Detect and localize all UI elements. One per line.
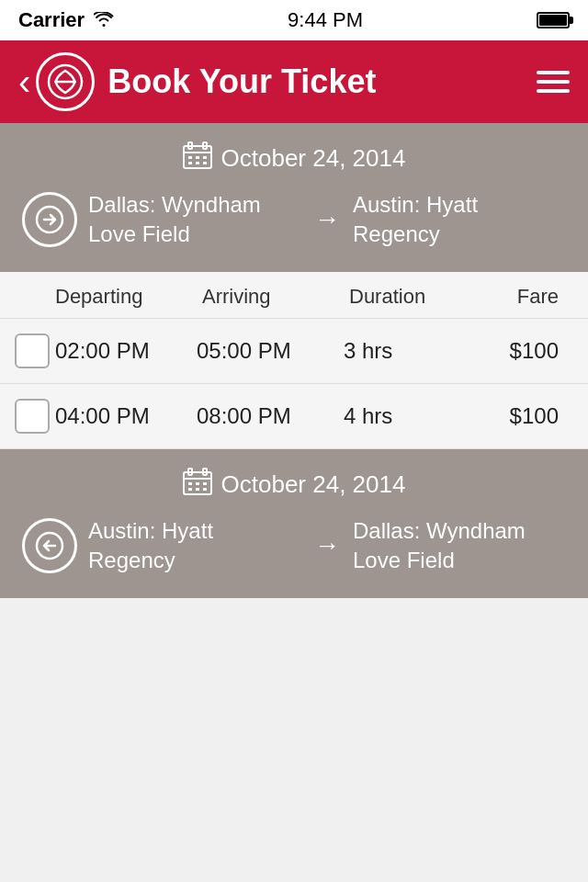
- row1-arrive: 05:00 PM: [197, 338, 344, 364]
- schedule-row-1: 02:00 PM 05:00 PM 3 hrs $100: [0, 319, 588, 384]
- calendar-icon: [183, 141, 212, 175]
- outbound-date-row: October 24, 2014: [22, 141, 566, 175]
- svg-rect-11: [203, 162, 207, 164]
- outbound-origin: Dallas: Wyndham Love Field: [88, 190, 301, 250]
- outbound-date: October 24, 2014: [221, 144, 406, 173]
- schedule-table: Departing Arriving Duration Fare 02:00 P…: [0, 272, 588, 449]
- forward-arrow-circle: [22, 192, 77, 247]
- time-display: 9:44 PM: [288, 8, 363, 32]
- return-date-row: October 24, 2014: [22, 468, 566, 502]
- svg-rect-8: [203, 156, 207, 159]
- route-arrow-icon: →: [314, 205, 340, 234]
- battery-icon: [537, 12, 570, 28]
- outbound-route-row: Dallas: Wyndham Love Field → Austin: Hya…: [22, 190, 566, 250]
- return-date: October 24, 2014: [221, 470, 406, 499]
- carrier-info: Carrier: [18, 8, 114, 32]
- svg-rect-17: [188, 482, 192, 485]
- row2-arrive: 08:00 PM: [197, 403, 344, 429]
- status-bar: Carrier 9:44 PM: [0, 0, 588, 40]
- battery-area: [537, 12, 570, 28]
- svg-rect-6: [188, 156, 192, 159]
- table-header-row: Departing Arriving Duration Fare: [0, 272, 588, 319]
- select-row-1-radio[interactable]: [15, 334, 50, 368]
- row1-duration: 3 hrs: [344, 338, 454, 364]
- svg-rect-10: [196, 162, 199, 164]
- return-calendar-icon: [183, 468, 212, 502]
- menu-line-1: [537, 71, 570, 74]
- schedule-row-2: 04:00 PM 08:00 PM 4 hrs $100: [0, 384, 588, 449]
- wifi-icon: [94, 8, 114, 32]
- menu-button[interactable]: [537, 71, 570, 93]
- svg-rect-18: [196, 482, 199, 485]
- app-logo: [36, 52, 95, 111]
- page-title: Book Your Ticket: [107, 62, 537, 101]
- header-arriving: Arriving: [202, 285, 349, 309]
- svg-rect-21: [196, 488, 199, 491]
- header-fare: Fare: [459, 285, 573, 309]
- return-destination: Dallas: Wyndham Love Field: [353, 516, 566, 576]
- return-route-arrow-icon: →: [314, 531, 340, 560]
- menu-line-3: [537, 89, 570, 93]
- select-row-2-radio[interactable]: [15, 399, 50, 434]
- row2-duration: 4 hrs: [344, 403, 454, 429]
- header-duration: Duration: [349, 285, 459, 309]
- svg-rect-7: [196, 156, 199, 159]
- return-trip-card: October 24, 2014 Austin: Hyatt Regency →…: [0, 449, 588, 598]
- outbound-trip-card: October 24, 2014 Dallas: Wyndham Love Fi…: [0, 123, 588, 272]
- svg-rect-22: [203, 488, 207, 491]
- row2-fare: $100: [454, 403, 573, 429]
- return-origin: Austin: Hyatt Regency: [88, 516, 301, 576]
- row2-depart: 04:00 PM: [55, 403, 197, 429]
- svg-rect-9: [188, 162, 192, 164]
- outbound-destination: Austin: Hyatt Regency: [353, 190, 566, 250]
- svg-rect-20: [188, 488, 192, 491]
- header-departing: Departing: [55, 285, 202, 309]
- row1-fare: $100: [454, 338, 573, 364]
- svg-rect-19: [203, 482, 207, 485]
- row1-depart: 02:00 PM: [55, 338, 197, 364]
- backward-arrow-circle: [22, 518, 77, 573]
- back-button[interactable]: ‹: [18, 63, 30, 100]
- menu-line-2: [537, 80, 570, 84]
- carrier-label: Carrier: [18, 8, 85, 32]
- return-route-row: Austin: Hyatt Regency → Dallas: Wyndham …: [22, 516, 566, 576]
- app-header: ‹ Book Your Ticket: [0, 40, 588, 123]
